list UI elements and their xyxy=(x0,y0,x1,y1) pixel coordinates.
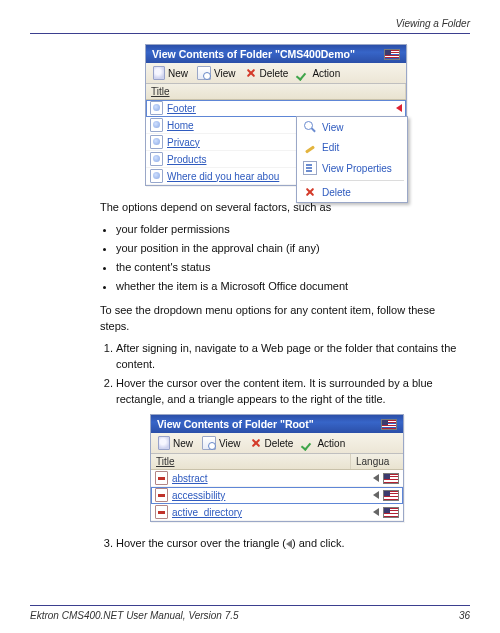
window-titlebar: View Contents of Folder "Root" xyxy=(151,415,403,433)
menu-separator xyxy=(300,180,404,181)
step-text-b: ) and click. xyxy=(292,537,345,549)
menu-label: View xyxy=(322,122,344,133)
delete-button[interactable]: Delete xyxy=(247,436,297,450)
page-icon xyxy=(150,152,163,166)
action-button[interactable]: Action xyxy=(299,436,348,450)
toolbar: New View Delete Action xyxy=(151,433,403,454)
view-icon xyxy=(197,66,211,80)
dropdown-triangle-icon[interactable] xyxy=(373,508,379,516)
toolbar: New View Delete Action xyxy=(146,63,406,84)
new-icon xyxy=(158,436,170,450)
list-item[interactable]: abstract xyxy=(151,470,403,487)
flag-icon xyxy=(383,507,399,518)
bullet-item: whether the item is a Microsoft Office d… xyxy=(116,279,466,295)
dropdown-triangle-icon[interactable] xyxy=(396,104,402,112)
flag-icon xyxy=(384,49,400,60)
pdf-icon xyxy=(155,471,168,485)
bullet-item: your position in the approval chain (if … xyxy=(116,241,466,257)
action-label: Action xyxy=(317,438,345,449)
menu-item-edit[interactable]: Edit xyxy=(297,137,407,157)
body-text: The options depend on several factors, s… xyxy=(100,200,466,408)
new-button[interactable]: New xyxy=(155,435,196,451)
page-icon xyxy=(150,169,163,183)
page-icon xyxy=(150,118,163,132)
flag-icon xyxy=(381,419,397,430)
check-icon xyxy=(302,437,314,449)
dropdown-triangle-icon[interactable] xyxy=(373,474,379,482)
grid-body: abstract accessibility active_directory xyxy=(151,470,403,521)
row-label: abstract xyxy=(172,473,369,484)
column-title[interactable]: Title xyxy=(146,84,406,99)
page-number: 36 xyxy=(459,610,470,621)
action-label: Action xyxy=(312,68,340,79)
view-label: View xyxy=(214,68,236,79)
new-label: New xyxy=(173,438,193,449)
delete-button[interactable]: Delete xyxy=(242,66,292,80)
new-button[interactable]: New xyxy=(150,65,191,81)
properties-icon xyxy=(303,161,317,175)
step-item: After signing in, navigate to a Web page… xyxy=(116,341,466,373)
page-header: Viewing a Folder xyxy=(30,18,470,34)
menu-label: Edit xyxy=(322,142,339,153)
bullet-item: the content's status xyxy=(116,260,466,276)
window-title: View Contents of Folder "CMS400Demo" xyxy=(152,48,380,60)
body-text: Hover the cursor over the triangle () an… xyxy=(100,536,466,552)
row-label: accessibility xyxy=(172,490,367,501)
delete-icon xyxy=(245,67,257,79)
page-icon xyxy=(150,101,163,115)
menu-label: View Properties xyxy=(322,163,392,174)
row-label: Footer xyxy=(167,103,390,114)
column-header-row: Title Langua xyxy=(151,454,403,470)
delete-icon xyxy=(304,186,316,198)
screenshot-folder-cms400demo: View Contents of Folder "CMS400Demo" New… xyxy=(145,44,470,186)
column-title[interactable]: Title xyxy=(151,454,351,469)
pdf-icon xyxy=(155,488,168,502)
list-item[interactable]: Footer xyxy=(146,100,406,117)
flag-icon xyxy=(383,490,399,501)
column-header-row: Title xyxy=(146,84,406,100)
row-label: active_directory xyxy=(172,507,369,518)
delete-icon xyxy=(250,437,262,449)
check-icon xyxy=(297,67,309,79)
step-item: Hover the cursor over the triangle () an… xyxy=(116,536,466,552)
view-icon xyxy=(202,436,216,450)
action-button[interactable]: Action xyxy=(294,66,343,80)
flag-icon xyxy=(383,473,399,484)
bullet-item: your folder permissions xyxy=(116,222,466,238)
window-titlebar: View Contents of Folder "CMS400Demo" xyxy=(146,45,406,63)
menu-item-view-properties[interactable]: View Properties xyxy=(297,157,407,179)
pencil-icon xyxy=(304,141,316,153)
new-icon xyxy=(153,66,165,80)
screenshot-folder-root: View Contents of Folder "Root" New View … xyxy=(150,414,470,522)
list-item[interactable]: active_directory xyxy=(151,504,403,521)
step-text-a: Hover the cursor over the triangle ( xyxy=(116,537,286,549)
new-label: New xyxy=(168,68,188,79)
list-item[interactable]: accessibility xyxy=(151,487,403,504)
delete-label: Delete xyxy=(260,68,289,79)
paragraph: To see the dropdown menu options for any… xyxy=(100,303,466,335)
magnifier-icon xyxy=(304,121,316,133)
delete-label: Delete xyxy=(265,438,294,449)
dropdown-triangle-icon[interactable] xyxy=(373,491,379,499)
footer-left: Ektron CMS400.NET User Manual, Version 7… xyxy=(30,610,239,621)
view-button[interactable]: View xyxy=(194,65,239,81)
page-footer: Ektron CMS400.NET User Manual, Version 7… xyxy=(30,605,470,621)
menu-item-view[interactable]: View xyxy=(297,117,407,137)
grid-body: Footer Home Privacy Products Wher xyxy=(146,100,406,185)
view-label: View xyxy=(219,438,241,449)
page-icon xyxy=(150,135,163,149)
window-title: View Contents of Folder "Root" xyxy=(157,418,377,430)
column-language[interactable]: Langua xyxy=(351,454,403,469)
context-menu: View Edit View Properties Delete xyxy=(296,116,408,203)
paragraph: The options depend on several factors, s… xyxy=(100,200,466,216)
pdf-icon xyxy=(155,505,168,519)
menu-label: Delete xyxy=(322,187,351,198)
view-button[interactable]: View xyxy=(199,435,244,451)
menu-item-delete[interactable]: Delete xyxy=(297,182,407,202)
step-item: Hover the cursor over the content item. … xyxy=(116,376,466,408)
